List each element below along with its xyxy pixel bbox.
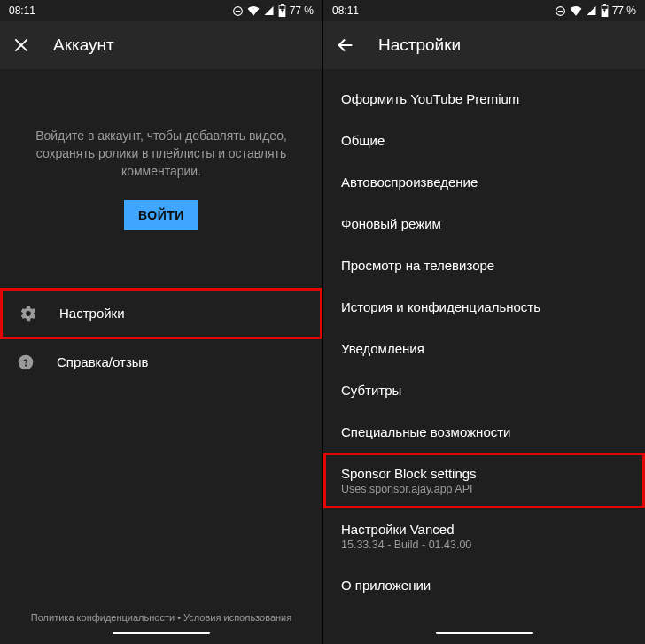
- status-battery: 77 %: [290, 4, 314, 17]
- page-title: Настройки: [378, 35, 461, 55]
- status-icons: 77 %: [232, 4, 314, 17]
- settings-item[interactable]: Sponsor Block settingsUses sponsor.ajay.…: [323, 453, 645, 508]
- settings-item-sub: Uses sponsor.ajay.app API: [341, 483, 627, 495]
- wifi-icon: [570, 5, 582, 16]
- nav-bar: [0, 628, 322, 644]
- settings-item-label: Просмотр на телевизоре: [341, 258, 627, 273]
- settings-item[interactable]: Фоновый режим: [323, 203, 645, 244]
- settings-item[interactable]: О приложении: [323, 564, 645, 606]
- settings-item-label: Sponsor Block settings: [341, 466, 627, 481]
- settings-list: Оформить YouTube PremiumОбщиеАвтовоспрои…: [323, 69, 645, 606]
- settings-item-label: Уведомления: [341, 341, 627, 356]
- dnd-icon: [232, 5, 244, 17]
- settings-item[interactable]: Специальные возможности: [323, 411, 645, 453]
- menu-label: Настройки: [59, 306, 125, 321]
- app-bar: Аккаунт: [0, 21, 322, 69]
- menu-label: Справка/отзыв: [57, 354, 149, 369]
- settings-item-label: Фоновый режим: [341, 216, 627, 231]
- account-menu: Настройки Справка/отзыв: [0, 288, 322, 385]
- phone-right: 08:11 77 % Настройки Оформить YouTube Pr…: [322, 0, 645, 644]
- settings-item-label: Оформить YouTube Premium: [341, 91, 627, 106]
- settings-item[interactable]: Настройки Vanced15.33.34 - Build - 01.43…: [323, 508, 645, 564]
- dnd-icon: [555, 5, 566, 17]
- settings-item[interactable]: Автовоспроизведение: [323, 161, 645, 203]
- app-bar: Настройки: [323, 21, 645, 69]
- signal-icon: [586, 5, 597, 16]
- settings-item[interactable]: Просмотр на телевизоре: [323, 244, 645, 286]
- status-time: 08:11: [332, 4, 359, 17]
- privacy-link[interactable]: Политика конфиденциальности: [31, 612, 175, 623]
- status-battery: 77 %: [612, 4, 636, 17]
- settings-item-sub: 15.33.34 - Build - 01.43.00: [341, 539, 627, 551]
- status-icons: 77 %: [555, 4, 636, 17]
- home-handle[interactable]: [436, 632, 533, 634]
- content-area: Войдите в аккаунт, чтобы добавлять видео…: [0, 69, 322, 628]
- battery-icon: [601, 4, 609, 17]
- back-icon[interactable]: [336, 35, 355, 55]
- settings-item-label: Специальные возможности: [341, 424, 627, 439]
- settings-item[interactable]: Общие: [323, 120, 645, 161]
- signin-button[interactable]: ВОЙТИ: [124, 200, 198, 230]
- content-area: Оформить YouTube PremiumОбщиеАвтовоспрои…: [323, 69, 645, 628]
- settings-item[interactable]: Оформить YouTube Premium: [323, 78, 645, 120]
- close-icon[interactable]: [12, 36, 30, 54]
- phone-left: 08:11 77 % Аккаунт Войдите в аккаунт, чт…: [0, 0, 322, 644]
- help-icon: [16, 353, 35, 371]
- settings-item-label: Субтитры: [341, 383, 627, 398]
- menu-item-help[interactable]: Справка/отзыв: [0, 339, 322, 385]
- legal-footer: Политика конфиденциальности • Условия ис…: [0, 603, 322, 628]
- svg-rect-3: [281, 4, 284, 5]
- settings-item-label: Общие: [341, 133, 627, 148]
- terms-link[interactable]: Условия использования: [183, 612, 291, 623]
- status-bar: 08:11 77 %: [0, 0, 322, 21]
- settings-item[interactable]: История и конфиденциальность: [323, 286, 645, 328]
- signal-icon: [263, 5, 275, 16]
- menu-item-settings[interactable]: Настройки: [0, 288, 322, 339]
- settings-item[interactable]: Уведомления: [323, 328, 645, 369]
- wifi-icon: [247, 5, 260, 16]
- svg-rect-11: [603, 4, 606, 5]
- signin-message: Войдите в аккаунт, чтобы добавлять видео…: [28, 127, 294, 181]
- page-title: Аккаунт: [53, 35, 114, 55]
- settings-item-label: Автовоспроизведение: [341, 175, 627, 190]
- signin-prompt: Войдите в аккаунт, чтобы добавлять видео…: [0, 69, 322, 288]
- status-time: 08:11: [9, 4, 35, 17]
- settings-item[interactable]: Субтитры: [323, 369, 645, 411]
- settings-item-label: О приложении: [341, 578, 627, 593]
- status-bar: 08:11 77 %: [323, 0, 645, 21]
- settings-item-label: История и конфиденциальность: [341, 299, 627, 314]
- settings-item-label: Настройки Vanced: [341, 522, 627, 537]
- gear-icon: [19, 305, 38, 322]
- home-handle[interactable]: [113, 632, 210, 634]
- battery-icon: [278, 4, 286, 17]
- nav-bar: [323, 628, 645, 644]
